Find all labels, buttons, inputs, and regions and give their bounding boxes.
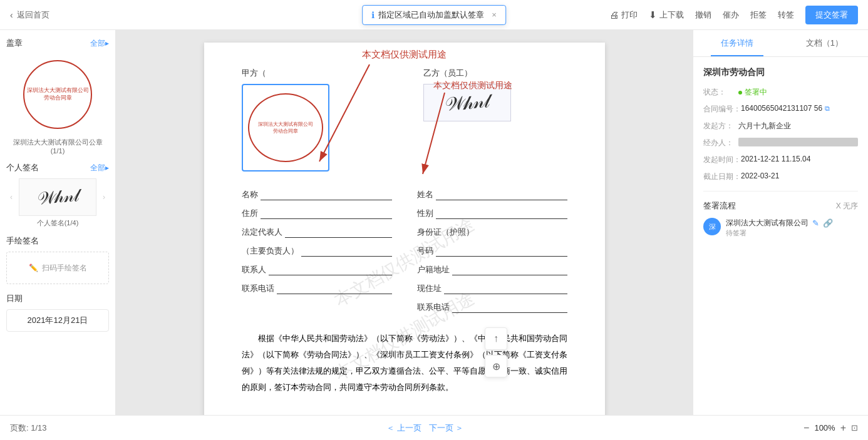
back-home-button[interactable]: ‹ 返回首页 (10, 9, 49, 21)
zoom-controls: − 100% + ⊡ (803, 422, 858, 434)
reject-button[interactable]: 拒签 (750, 9, 767, 21)
seal-item[interactable]: 深圳法大大测试有限公司劳动合同章 深圳法大大测试有限公司公章(1/1) (6, 54, 109, 155)
seal-in-doc: 深圳法大大测试有限公司劳动合同章 (248, 93, 323, 162)
toolbar: ‹ 返回首页 ℹ 指定区域已自动加盖默认签章 × 🖨 打印 ⬇ 上下载 撤销 催… (0, 0, 868, 30)
flow-company: 深圳法大大测试有限公司 ✎ 🔗 (726, 218, 858, 228)
pencil-icon: ✏️ (29, 263, 38, 272)
bottom-nav: ＜ 上一页 下一页 ＞ (386, 422, 463, 434)
toolbar-right: 🖨 打印 ⬇ 上下载 撤销 催办 拒签 转签 提交签署 (609, 6, 858, 24)
handler-value (738, 138, 858, 146)
field-address-a: 住所 (242, 208, 392, 219)
seal-image[interactable]: 深圳法大大测试有限公司劳动合同章 (17, 54, 98, 135)
field-main-person-label: （主要负责人） (242, 245, 299, 257)
print-button[interactable]: 🖨 打印 (609, 9, 638, 21)
info-send-time-row: 发起时间： 2021-12-21 11.15.04 (703, 155, 858, 165)
field-id-card-label: 身份证（护照） (417, 227, 474, 238)
personal-sig-image[interactable]: 𝒲𝒽𝓃𝓁 (19, 178, 96, 216)
field-contact-a: 联系人 (242, 264, 392, 275)
tab-task-detail[interactable]: 任务详情 (693, 30, 781, 56)
remind-button[interactable]: 催办 (723, 9, 739, 21)
scroll-up-button[interactable]: ↑ (485, 327, 507, 350)
zoom-out-button[interactable]: − (803, 422, 809, 434)
personal-sig-label: 个人签名(1/4) (6, 218, 109, 228)
doc-paragraph: 根据《中华人民共和国劳动法》（以下简称《劳动法》）、《中华人民共和国劳动合同法》… (242, 330, 567, 396)
field-main-person-line (301, 245, 392, 257)
download-button[interactable]: ⬇ 上下载 (649, 9, 684, 21)
transfer-button[interactable]: 转签 (778, 9, 794, 21)
deadline-value: 2022-03-21 (741, 171, 858, 180)
fullscreen-icon[interactable]: ⊡ (851, 423, 858, 432)
next-sig-arrow[interactable]: › (99, 192, 109, 202)
seal-section-title: 盖章 (6, 38, 23, 49)
handwrite-header: 手绘签名 (6, 235, 109, 247)
toast-notice: ℹ 指定区域已自动加盖默认签章 × (362, 5, 506, 25)
personal-sig-link[interactable]: 全部▸ (90, 163, 109, 173)
sig-carousel: ‹ 𝒲𝒽𝓃𝓁 › (6, 178, 109, 216)
flow-info: 深圳法大大测试有限公司 ✎ 🔗 待签署 (726, 218, 858, 238)
info-icon: ℹ (371, 10, 375, 20)
doc-area[interactable]: 本文档仅供测试用途 本文档仅供测试用途 本文档仅供测试用途 本文档仅供测试用途 (116, 30, 693, 415)
seal-section-link[interactable]: 全部▸ (90, 38, 109, 49)
personal-sig-header: 个人签名 全部▸ (6, 162, 109, 173)
field-current-addr-label: 现住址 (417, 283, 442, 294)
flow-title: 签署流程 (703, 200, 736, 212)
handwrite-box[interactable]: ✏️ 扫码手绘签名 (6, 252, 109, 284)
field-name-b-label: 姓名 (417, 189, 433, 200)
contract-no-value: 16400565042131107 56 ⧉ (741, 104, 858, 113)
field-gender-line (436, 208, 567, 219)
flow-status: 待签署 (726, 228, 858, 238)
contract-no-text: 16400565042131107 56 (741, 104, 822, 113)
doc-page: 本文档仅供测试用途 本文档仅供测试用途 甲方（ 深圳法大大测试有限公司劳动合同章 (204, 43, 605, 415)
tab-document[interactable]: 文档（1） (781, 30, 869, 56)
party-a-col: 甲方（ 深圳法大大测试有限公司劳动合同章 (242, 68, 386, 177)
section-divider (703, 191, 858, 192)
info-initiator-row: 发起方： 六月十九新企业 (703, 121, 858, 131)
sig-in-doc-display: 𝒲𝒽𝓃𝓁 (444, 90, 490, 115)
contract-no-label: 合同编号： (703, 104, 741, 115)
next-page-button[interactable]: 下一页 ＞ (429, 422, 464, 434)
date-box[interactable]: 2021年12月21日 (6, 309, 109, 332)
party-b-label: 乙方（员工） (423, 68, 567, 79)
field-gender-label: 性别 (417, 208, 433, 219)
field-id-num: 号码 (417, 245, 567, 257)
main-layout: 盖章 全部▸ 深圳法大大测试有限公司劳动合同章 深圳法大大测试有限公司公章(1/… (0, 30, 868, 415)
revoke-label: 撤销 (695, 9, 711, 21)
toast-close-icon[interactable]: × (492, 10, 497, 19)
submit-button[interactable]: 提交签署 (805, 6, 858, 24)
copy-icon[interactable]: ⧉ (825, 105, 830, 113)
date-title: 日期 (6, 293, 23, 304)
field-contact-a-line (269, 264, 392, 275)
flow-link[interactable]: X 无序 (836, 201, 858, 212)
field-current-addr-line (444, 283, 567, 294)
flow-icons: ✎ 🔗 (812, 218, 833, 228)
deadline-label: 截止日期： (703, 171, 741, 182)
date-value: 2021年12月21日 (28, 315, 88, 325)
right-tabs: 任务详情 文档（1） (693, 30, 868, 57)
seal-section-header: 盖章 全部▸ (6, 38, 109, 49)
info-deadline-row: 截止日期： 2022-03-21 (703, 171, 858, 182)
zoom-in-button[interactable]: + (840, 422, 846, 434)
party-b-fields: 姓名 性别 身份证（护照） 号码 (417, 189, 567, 320)
field-name-a-label: 名称 (242, 189, 258, 200)
page-info: 页数: 1/13 (10, 422, 47, 434)
prev-page-button[interactable]: ＜ 上一页 (386, 422, 421, 434)
seal-circle: 深圳法大大测试有限公司劳动合同章 (23, 60, 92, 129)
seal-label: 深圳法大大测试有限公司公章(1/1) (6, 138, 109, 155)
seal-placeholder[interactable]: 深圳法大大测试有限公司劳动合同章 (242, 84, 329, 171)
right-panel-content: 深圳市劳动合同 状态： 签署中 合同编号： 16400565042131107 … (693, 57, 868, 415)
field-tel-a-label: 联系电话 (242, 283, 274, 294)
flow-link-icon[interactable]: 🔗 (823, 218, 833, 228)
contract-title: 深圳市劳动合同 (703, 67, 858, 78)
revoke-button[interactable]: 撤销 (695, 9, 711, 21)
print-icon: 🖨 (609, 9, 619, 20)
prev-sig-arrow[interactable]: ‹ (6, 192, 16, 202)
field-id-num-line (436, 245, 567, 257)
send-time-label: 发起时间： (703, 155, 741, 165)
bottom-bar: 页数: 1/13 ＜ 上一页 下一页 ＞ − 100% + ⊡ (0, 415, 868, 440)
scroll-down-button[interactable]: ⊕ (485, 355, 507, 377)
doc-float-buttons: ↑ ⊕ (485, 327, 507, 377)
back-icon: ‹ (10, 10, 13, 20)
print-label: 打印 (621, 9, 638, 21)
field-main-person: （主要负责人） (242, 245, 392, 257)
flow-edit-icon[interactable]: ✎ (812, 218, 819, 228)
